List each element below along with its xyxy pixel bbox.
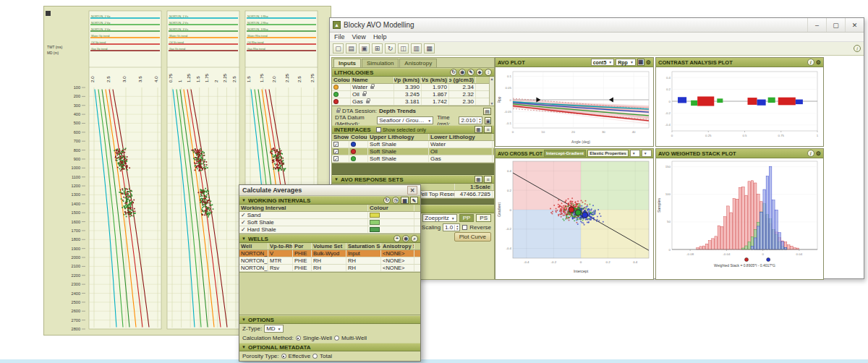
datum-pick-icon[interactable]: ▣ [485,117,491,124]
dta-time-spinner[interactable]: 2.010 ▲▼ [459,116,482,124]
table-icon[interactable]: ▦ [424,43,435,54]
lithologies-scrollbar[interactable]: ▲▼ [489,77,494,106]
add-interface-icon[interactable]: ⊞ [475,126,482,133]
vp-cell: 3.245 [394,91,422,98]
svg-text:-0.2: -0.2 [551,260,557,264]
menu-file[interactable]: File [334,33,345,40]
view-icon[interactable]: ◉ [402,235,409,242]
show-checkbox[interactable]: ✓ [333,142,339,147]
collapse-arrow-icon[interactable]: ▼ [334,177,339,182]
tab-inputs[interactable]: Inputs [333,59,361,67]
multi-well-radio[interactable] [334,336,339,341]
collapse-arrow-icon[interactable]: ▼ [242,198,246,202]
gear-icon[interactable]: ⚙ [816,150,821,157]
table-row[interactable]: ✓Hard Shale [239,226,420,234]
clock-icon[interactable]: ◷ [392,197,399,204]
search-icon[interactable]: ⌕ [411,235,418,242]
ztype-combo[interactable]: MD ▼ [264,325,283,333]
show-checkbox[interactable]: ✓ [333,156,339,161]
menu-help[interactable]: Help [373,33,387,40]
table-row[interactable]: ✓Soft ShaleWater [332,141,494,148]
table-row[interactable]: ✓Soft ShaleOil [332,148,494,155]
scaling-spinner[interactable]: 1.0 ▲▼ [443,223,460,231]
effective-radio[interactable] [281,354,286,359]
refresh-icon[interactable]: ↻ [385,43,396,54]
refresh-icon[interactable]: ↻ [383,197,391,204]
svg-text:Rpp: Rpp [497,96,501,103]
refresh-icon[interactable]: ↻ [450,69,457,76]
mode-button-elastic-properties[interactable]: Elastic Properties [587,150,629,157]
tab-simulation[interactable]: Simulation [362,59,399,67]
table-row[interactable]: Water3.3901.9702.34 [332,84,489,91]
spinner-arrows-icon[interactable]: ▲▼ [454,225,459,231]
chart-icon[interactable]: ▦ [637,59,644,66]
table-row[interactable]: NORTON_1VPHIEBulk-WyodInput<NONE> [239,250,420,257]
mode-button-intercept-gradient[interactable]: Intercept-Gradient [544,150,586,157]
open-icon[interactable]: ▤ [346,43,357,54]
session-browse-icon[interactable]: ▤ [483,108,491,115]
spinner-arrows-icon[interactable]: ▲▼ [477,118,482,124]
maximize-button[interactable]: ▢ [826,18,845,32]
table-row[interactable]: NORTON_3RsvPHIERHRH<NONE> [239,265,420,272]
edit-dropdown-icon[interactable]: ✎ [410,197,418,204]
cross-combo-a[interactable]: ▼ [630,150,640,157]
avo-combo-1[interactable]: cont5 ▼ [591,59,615,66]
table-row[interactable]: ✓Soft ShaleGas [332,155,494,163]
tab-anisotropy[interactable]: Anisotropy [399,59,437,67]
table-row[interactable]: Oil3.2451.8672.32 [332,91,489,98]
sort-icon[interactable]: ↕ [485,69,492,76]
close-button[interactable]: ✕ [845,18,864,32]
chart-icon[interactable]: ▥ [411,43,422,54]
reverse-checkbox[interactable] [462,225,467,230]
colour-cell [332,91,351,98]
save-icon[interactable]: ▣ [359,43,370,54]
info-icon[interactable]: i [807,150,814,157]
avo-cross-plot-body[interactable]: -0.4-0.200.20.4-0.4-0.200.20.4InterceptG… [495,158,653,279]
single-well-radio[interactable] [296,336,301,341]
dta-datum-combo[interactable]: Seafloor / Ground Level ▼ [377,116,433,124]
svg-text:600: 600 [74,130,80,134]
info-icon[interactable]: i [807,59,814,66]
interface-list-icon[interactable]: ≡ [484,126,492,133]
upper-lithology-cell: Soft Shale [368,141,429,148]
total-radio[interactable] [312,354,318,359]
avo-combo-2[interactable]: Rpp ▼ [616,59,636,66]
menu-view[interactable]: View [352,33,366,40]
response-list-icon[interactable]: ≡ [484,176,492,183]
plot-curve-button[interactable]: Plot Curve [454,232,491,242]
add-icon[interactable]: + [393,235,401,242]
dialog-close-button[interactable]: ✕ [407,186,417,195]
method-combo[interactable]: Zoeppritz ▼ [422,214,456,222]
lithology-name: Oil [352,91,359,98]
check-icon: ✓ [241,212,246,218]
edit-icon[interactable]: ✎ [467,69,475,76]
show-checkbox[interactable]: ✓ [333,149,339,154]
table-row[interactable]: ✓Soft Shale [239,219,420,226]
show-selected-checkbox[interactable] [376,127,381,132]
svg-text:0.2: 0.2 [606,260,611,264]
import-icon[interactable]: ⊞ [372,43,383,54]
cross-combo-b[interactable]: ▼ [642,150,652,157]
table-row[interactable]: ✓Sand [239,212,420,219]
ps-toggle-button[interactable]: PS [476,214,491,222]
collapse-arrow-icon[interactable]: ▼ [242,236,246,241]
color-chip [370,213,380,218]
minimize-button[interactable]: – [807,18,826,32]
avo-plot-body[interactable]: 0.10.050-0.05-0.1010203040RppAngle (deg) [495,67,653,146]
info-icon[interactable]: i [854,45,861,52]
view-icon[interactable]: ◉ [459,69,466,76]
copy-icon[interactable]: ◫ [398,43,409,54]
contrast-plot-body[interactable]: 0.40.20-0.2-0.400.250.50.751 [656,67,823,146]
collapse-arrow-icon[interactable]: ▼ [242,345,246,349]
color-icon[interactable]: ◆ [476,69,483,76]
grid-icon[interactable]: ▦ [401,197,409,204]
new-icon[interactable]: ▢ [333,43,344,54]
pp-toggle-button[interactable]: PP [459,214,475,222]
table-row[interactable]: NORTON_2MTRPHIERHRH<NONE> [239,257,420,265]
avo-weighted-stack-body[interactable]: 050100150-0.08-0.0400.04Weighted Stack =… [656,158,823,279]
collapse-arrow-icon[interactable]: ▼ [242,317,246,322]
table-row[interactable]: Gas3.1811.7422.30 [332,98,489,106]
gear-icon[interactable]: ⚙ [816,59,821,66]
add-response-set-icon[interactable]: ⊞ [475,176,482,183]
gear-icon[interactable]: ⚙ [646,59,651,66]
